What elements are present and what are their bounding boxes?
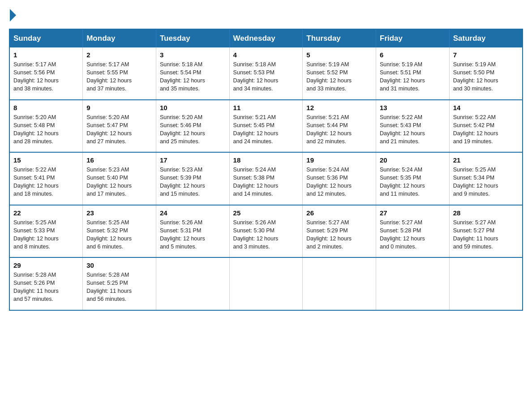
calendar-cell [229,257,303,310]
calendar-cell: 12 Sunrise: 5:21 AMSunset: 5:44 PMDaylig… [303,100,376,153]
page-header [9,9,523,20]
day-number: 16 [86,156,152,164]
calendar-cell: 6 Sunrise: 5:19 AMSunset: 5:51 PMDayligh… [376,47,450,100]
day-info: Sunrise: 5:19 AMSunset: 5:52 PMDaylight:… [306,60,372,93]
day-info: Sunrise: 5:24 AMSunset: 5:35 PMDaylight:… [380,166,446,198]
day-info: Sunrise: 5:25 AMSunset: 5:34 PMDaylight:… [453,166,519,198]
day-number: 6 [380,51,446,59]
day-info: Sunrise: 5:17 AMSunset: 5:55 PMDaylight:… [86,60,152,93]
calendar-cell [376,257,450,310]
day-number: 2 [86,51,152,59]
calendar-cell: 9 Sunrise: 5:20 AMSunset: 5:47 PMDayligh… [83,100,156,153]
day-number: 14 [453,104,519,111]
calendar-cell: 18 Sunrise: 5:24 AMSunset: 5:38 PMDaylig… [229,152,303,205]
calendar-cell: 15 Sunrise: 5:22 AMSunset: 5:41 PMDaylig… [9,152,83,205]
day-number: 13 [380,104,446,111]
day-number: 19 [306,156,372,164]
calendar-cell [156,257,229,310]
calendar-cell: 3 Sunrise: 5:18 AMSunset: 5:54 PMDayligh… [156,47,229,100]
day-info: Sunrise: 5:21 AMSunset: 5:44 PMDaylight:… [306,113,372,146]
day-info: Sunrise: 5:26 AMSunset: 5:31 PMDaylight:… [160,218,226,251]
calendar-cell: 30 Sunrise: 5:28 AMSunset: 5:25 PMDaylig… [83,257,156,310]
day-number: 30 [86,261,152,269]
day-number: 18 [233,156,299,164]
calendar-cell: 20 Sunrise: 5:24 AMSunset: 5:35 PMDaylig… [376,152,450,205]
day-info: Sunrise: 5:24 AMSunset: 5:36 PMDaylight:… [306,166,372,198]
logo [9,9,17,20]
calendar-cell: 27 Sunrise: 5:27 AMSunset: 5:28 PMDaylig… [376,205,450,258]
header-friday: Friday [376,29,450,47]
day-info: Sunrise: 5:20 AMSunset: 5:48 PMDaylight:… [13,113,79,146]
day-number: 23 [86,209,152,217]
header-saturday: Saturday [449,29,523,47]
calendar-cell: 17 Sunrise: 5:23 AMSunset: 5:39 PMDaylig… [156,152,229,205]
day-info: Sunrise: 5:20 AMSunset: 5:46 PMDaylight:… [160,113,226,146]
calendar-body: 1 Sunrise: 5:17 AMSunset: 5:56 PMDayligh… [9,47,523,310]
day-number: 24 [160,209,226,217]
calendar-table: SundayMondayTuesdayWednesdayThursdayFrid… [9,29,523,311]
header-wednesday: Wednesday [229,29,303,47]
calendar-cell: 24 Sunrise: 5:26 AMSunset: 5:31 PMDaylig… [156,205,229,258]
calendar-week-1: 1 Sunrise: 5:17 AMSunset: 5:56 PMDayligh… [9,47,523,100]
calendar-cell: 5 Sunrise: 5:19 AMSunset: 5:52 PMDayligh… [303,47,376,100]
calendar-cell: 16 Sunrise: 5:23 AMSunset: 5:40 PMDaylig… [83,152,156,205]
calendar-week-5: 29 Sunrise: 5:28 AMSunset: 5:26 PMDaylig… [9,257,523,310]
day-info: Sunrise: 5:25 AMSunset: 5:33 PMDaylight:… [13,218,79,251]
day-info: Sunrise: 5:18 AMSunset: 5:54 PMDaylight:… [160,60,226,93]
calendar-cell: 22 Sunrise: 5:25 AMSunset: 5:33 PMDaylig… [9,205,83,258]
day-info: Sunrise: 5:22 AMSunset: 5:42 PMDaylight:… [453,113,519,146]
day-number: 17 [160,156,226,164]
day-info: Sunrise: 5:18 AMSunset: 5:53 PMDaylight:… [233,60,299,93]
day-info: Sunrise: 5:24 AMSunset: 5:38 PMDaylight:… [233,166,299,198]
day-number: 22 [13,209,79,217]
day-number: 12 [306,104,372,111]
day-number: 1 [13,51,79,59]
day-number: 11 [233,104,299,111]
calendar-cell: 14 Sunrise: 5:22 AMSunset: 5:42 PMDaylig… [449,100,523,153]
calendar-cell: 4 Sunrise: 5:18 AMSunset: 5:53 PMDayligh… [229,47,303,100]
calendar-cell: 7 Sunrise: 5:19 AMSunset: 5:50 PMDayligh… [449,47,523,100]
day-info: Sunrise: 5:19 AMSunset: 5:50 PMDaylight:… [453,60,519,93]
day-number: 28 [453,209,519,217]
calendar-cell: 1 Sunrise: 5:17 AMSunset: 5:56 PMDayligh… [9,47,83,100]
day-number: 29 [13,261,79,269]
day-info: Sunrise: 5:27 AMSunset: 5:27 PMDaylight:… [453,218,519,251]
day-info: Sunrise: 5:17 AMSunset: 5:56 PMDaylight:… [13,60,79,93]
day-number: 20 [380,156,446,164]
calendar-cell: 26 Sunrise: 5:27 AMSunset: 5:29 PMDaylig… [303,205,376,258]
calendar-header-row: SundayMondayTuesdayWednesdayThursdayFrid… [9,29,523,47]
day-number: 15 [13,156,79,164]
day-info: Sunrise: 5:23 AMSunset: 5:40 PMDaylight:… [86,166,152,198]
day-info: Sunrise: 5:26 AMSunset: 5:30 PMDaylight:… [233,218,299,251]
calendar-week-2: 8 Sunrise: 5:20 AMSunset: 5:48 PMDayligh… [9,100,523,153]
calendar-cell: 10 Sunrise: 5:20 AMSunset: 5:46 PMDaylig… [156,100,229,153]
logo-arrow-icon [10,9,16,21]
header-tuesday: Tuesday [156,29,229,47]
calendar-cell: 2 Sunrise: 5:17 AMSunset: 5:55 PMDayligh… [83,47,156,100]
day-info: Sunrise: 5:20 AMSunset: 5:47 PMDaylight:… [86,113,152,146]
day-number: 8 [13,104,79,111]
day-info: Sunrise: 5:27 AMSunset: 5:28 PMDaylight:… [380,218,446,251]
day-info: Sunrise: 5:28 AMSunset: 5:26 PMDaylight:… [13,271,79,304]
calendar-cell: 25 Sunrise: 5:26 AMSunset: 5:30 PMDaylig… [229,205,303,258]
day-number: 9 [86,104,152,111]
header-sunday: Sunday [9,29,83,47]
calendar-cell: 8 Sunrise: 5:20 AMSunset: 5:48 PMDayligh… [9,100,83,153]
day-number: 5 [306,51,372,59]
calendar-week-4: 22 Sunrise: 5:25 AMSunset: 5:33 PMDaylig… [9,205,523,258]
day-number: 27 [380,209,446,217]
day-info: Sunrise: 5:23 AMSunset: 5:39 PMDaylight:… [160,166,226,198]
day-info: Sunrise: 5:21 AMSunset: 5:45 PMDaylight:… [233,113,299,146]
header-monday: Monday [83,29,156,47]
calendar-cell: 23 Sunrise: 5:25 AMSunset: 5:32 PMDaylig… [83,205,156,258]
calendar-cell [449,257,523,310]
calendar-cell: 21 Sunrise: 5:25 AMSunset: 5:34 PMDaylig… [449,152,523,205]
calendar-cell [303,257,376,310]
day-number: 4 [233,51,299,59]
day-info: Sunrise: 5:22 AMSunset: 5:41 PMDaylight:… [13,166,79,198]
day-info: Sunrise: 5:22 AMSunset: 5:43 PMDaylight:… [380,113,446,146]
calendar-cell: 19 Sunrise: 5:24 AMSunset: 5:36 PMDaylig… [303,152,376,205]
calendar-week-3: 15 Sunrise: 5:22 AMSunset: 5:41 PMDaylig… [9,152,523,205]
calendar-cell: 28 Sunrise: 5:27 AMSunset: 5:27 PMDaylig… [449,205,523,258]
day-number: 21 [453,156,519,164]
